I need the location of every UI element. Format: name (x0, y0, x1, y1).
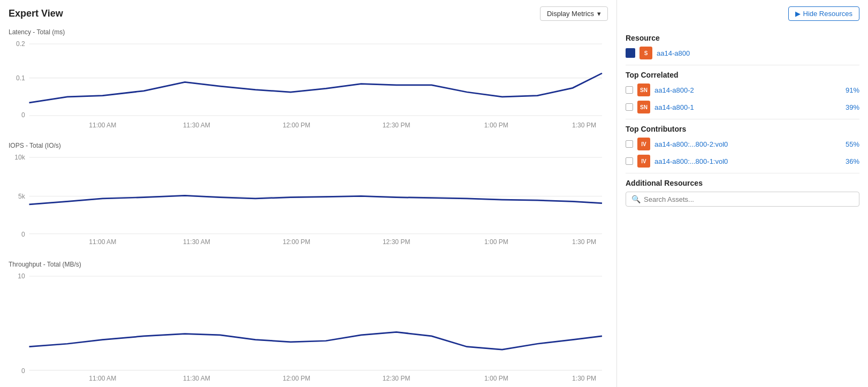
resource-row: S aa14-a800 (626, 47, 859, 59)
resource-link[interactable]: aa14-a800 (657, 49, 690, 57)
resource-badge: S (639, 47, 652, 59)
contributor-badge-1: IV (637, 155, 650, 168)
svg-text:12:00 PM: 12:00 PM (283, 375, 310, 383)
svg-text:0: 0 (21, 111, 25, 119)
top-contributors-title: Top Contributors (626, 125, 859, 133)
latency-chart-area: 0.2 0.1 0 11:00 AM 11:30 AM 12:00 PM 12:… (9, 38, 608, 132)
hide-resources-label: Hide Resources (803, 10, 853, 18)
contributor-link-0[interactable]: aa14-a800:...800-2:vol0 (654, 140, 728, 148)
correlated-pct-0: 91% (846, 86, 859, 94)
svg-text:11:00 AM: 11:00 AM (89, 122, 116, 129)
throughput-chart-section: Throughput - Total (MB/s) 10 0 11:00 AM … (9, 261, 608, 387)
resource-section-title: Resource (626, 34, 859, 42)
svg-text:1:00 PM: 1:00 PM (484, 238, 508, 246)
svg-text:1:30 PM: 1:30 PM (572, 375, 596, 383)
iops-chart-area: 10k 5k 0 11:00 AM 11:30 AM 12:00 PM 12:3… (9, 151, 608, 252)
correlated-row-0: SN aa14-a800-2 91% (626, 84, 859, 96)
correlated-row-1: SN aa14-a800-1 39% (626, 101, 859, 113)
throughput-chart-svg: 10 0 11:00 AM 11:30 AM 12:00 PM 12:30 PM… (9, 270, 608, 387)
contributor-link-1[interactable]: aa14-a800:...800-1:vol0 (654, 157, 728, 165)
correlated-checkbox-1[interactable] (626, 103, 633, 111)
svg-text:12:00 PM: 12:00 PM (283, 122, 310, 129)
display-metrics-label: Display Metrics (547, 10, 594, 18)
svg-text:10k: 10k (14, 154, 25, 161)
iops-chart-section: IOPS - Total (IO/s) 10k 5k 0 11:00 AM 11… (9, 142, 608, 252)
hide-resources-button[interactable]: ▶ Hide Resources (788, 6, 860, 21)
svg-text:1:30 PM: 1:30 PM (572, 122, 596, 129)
latency-chart-title: Latency - Total (ms) (9, 28, 608, 36)
search-box: 🔍 (626, 192, 859, 207)
chevron-down-icon: ▾ (597, 10, 601, 18)
correlated-badge-0: SN (637, 84, 650, 96)
svg-text:0.2: 0.2 (16, 40, 25, 48)
svg-text:12:30 PM: 12:30 PM (383, 122, 410, 129)
svg-text:0: 0 (21, 367, 25, 375)
divider-3 (626, 173, 859, 173)
svg-text:0: 0 (21, 231, 25, 238)
right-panel: ▶ Hide Resources Resource S aa14-a800 To… (616, 0, 868, 387)
latency-chart-svg: 0.2 0.1 0 11:00 AM 11:30 AM 12:00 PM 12:… (9, 38, 608, 132)
divider-2 (626, 119, 859, 119)
svg-text:11:30 AM: 11:30 AM (183, 375, 210, 383)
search-icon: 🔍 (631, 195, 641, 203)
play-icon: ▶ (795, 10, 801, 18)
search-input[interactable] (644, 195, 854, 203)
correlated-link-0[interactable]: aa14-a800-2 (654, 86, 694, 94)
top-correlated-title: Top Correlated (626, 71, 859, 79)
latency-chart-section: Latency - Total (ms) 0.2 0.1 0 11:00 AM … (9, 28, 608, 132)
svg-text:11:00 AM: 11:00 AM (89, 238, 116, 246)
correlated-checkbox-0[interactable] (626, 86, 633, 94)
svg-text:12:00 PM: 12:00 PM (283, 238, 310, 246)
contributor-row-0: IV aa14-a800:...800-2:vol0 55% (626, 138, 859, 150)
svg-text:5k: 5k (18, 193, 26, 200)
svg-text:11:30 AM: 11:30 AM (183, 238, 210, 246)
svg-text:12:30 PM: 12:30 PM (383, 238, 410, 246)
contributor-checkbox-1[interactable] (626, 157, 633, 165)
svg-text:10: 10 (18, 273, 25, 280)
svg-text:1:00 PM: 1:00 PM (484, 122, 508, 129)
contributor-row-1: IV aa14-a800:...800-1:vol0 36% (626, 155, 859, 168)
correlated-link-1[interactable]: aa14-a800-1 (654, 103, 694, 111)
throughput-chart-area: 10 0 11:00 AM 11:30 AM 12:00 PM 12:30 PM… (9, 270, 608, 387)
divider-1 (626, 65, 859, 65)
svg-text:11:30 AM: 11:30 AM (183, 122, 210, 129)
display-metrics-button[interactable]: Display Metrics ▾ (540, 6, 608, 21)
svg-text:11:00 AM: 11:00 AM (89, 375, 116, 383)
iops-chart-title: IOPS - Total (IO/s) (9, 142, 608, 149)
svg-text:12:30 PM: 12:30 PM (383, 375, 410, 383)
page-title: Expert View (9, 8, 63, 19)
contributor-pct-0: 55% (846, 140, 859, 148)
contributor-badge-0: IV (637, 138, 650, 150)
iops-chart-svg: 10k 5k 0 11:00 AM 11:30 AM 12:00 PM 12:3… (9, 151, 608, 252)
contributor-checkbox-0[interactable] (626, 140, 633, 148)
resource-color-block (626, 48, 635, 58)
throughput-chart-title: Throughput - Total (MB/s) (9, 261, 608, 268)
additional-resources-title: Additional Resources (626, 179, 859, 187)
svg-text:0.1: 0.1 (16, 74, 25, 82)
correlated-pct-1: 39% (846, 103, 859, 111)
svg-text:1:30 PM: 1:30 PM (572, 238, 596, 246)
contributor-pct-1: 36% (846, 157, 859, 165)
correlated-badge-1: SN (637, 101, 650, 113)
svg-text:1:00 PM: 1:00 PM (484, 375, 508, 383)
